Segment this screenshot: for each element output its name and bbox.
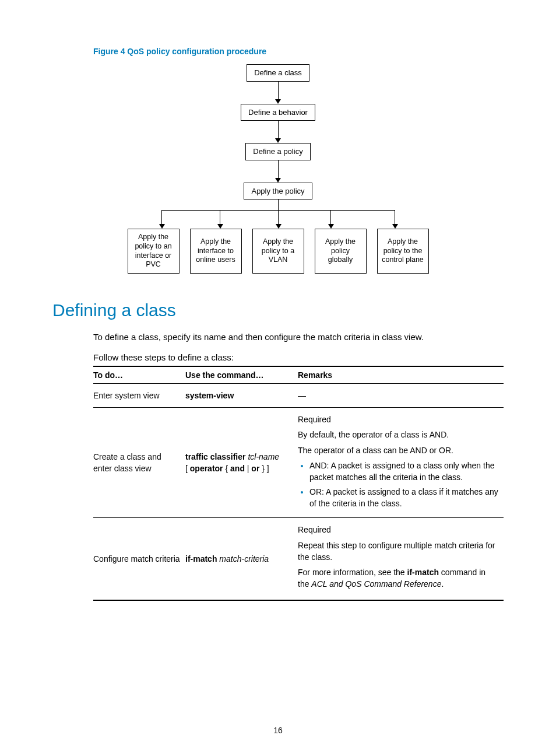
table-row: Enter system viewsystem-view— [93,383,504,407]
table-header-remarks: Remarks [298,366,504,384]
cell-todo: Create a class and enter class view [93,408,185,518]
page-number: 16 [0,726,556,735]
flow-step-define-policy: Define a policy [245,143,310,160]
flow-step-define-class: Define a class [247,64,309,82]
flow-branch-row: Apply the policy to an interface or PVC … [128,229,429,274]
table-row: Create a class and enter class viewtraff… [93,408,504,518]
flow-branch-control-plane: Apply the policy to the control plane [377,229,429,274]
arrow-down-icon [275,160,281,183]
flow-branch-globally: Apply the policy globally [315,229,367,274]
flow-branch-interface-pvc: Apply the policy to an interface or PVC [128,229,180,274]
paragraph: To define a class, specify its name and … [93,331,504,343]
paragraph: Follow these steps to define a class: [93,351,504,363]
steps-table: To do… Use the command… Remarks Enter sy… [93,366,504,601]
flow-step-apply-policy: Apply the policy [244,183,312,200]
cell-command: if-match match-criteria [185,518,298,600]
table-row: Configure match criteriaif-match match-c… [93,518,504,600]
cell-remarks: — [298,383,504,407]
cell-todo: Configure match criteria [93,518,185,600]
flowchart: Define a class Define a behavior Define … [52,64,504,274]
table-header-todo: To do… [93,366,185,384]
flow-branch-vlan: Apply the policy to a VLAN [252,229,304,274]
cell-command: traffic classifier tcl-name[ operator { … [185,408,298,518]
arrow-down-icon [275,121,281,143]
cell-todo: Enter system view [93,383,185,407]
cell-command: system-view [185,383,298,407]
flow-branch-connector [144,200,412,229]
table-header-command: Use the command… [185,366,298,384]
cell-remarks: RequiredRepeat this step to configure mu… [298,518,504,600]
figure-caption: Figure 4 QoS policy configuration proced… [93,47,504,56]
arrow-down-icon [275,82,281,104]
cell-remarks: RequiredBy default, the operator of a cl… [298,408,504,518]
flow-branch-online-users: Apply the interface to online users [190,229,242,274]
flow-step-define-behavior: Define a behavior [241,104,315,121]
section-heading: Defining a class [52,300,504,320]
